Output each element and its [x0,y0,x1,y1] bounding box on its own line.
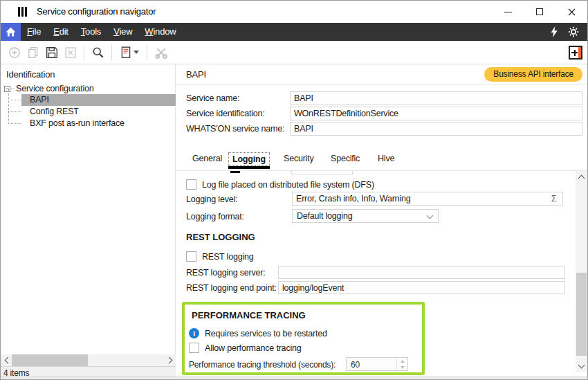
tab-specific[interactable]: Specific [327,152,363,165]
scrollbar-thumb[interactable] [12,354,88,366]
menu-item-file[interactable]: File [21,23,47,41]
copy-icon [27,46,39,59]
new-button[interactable] [5,44,24,62]
maximize-button[interactable] [524,1,555,23]
threshold-value: 60 [351,360,360,370]
close-button[interactable] [555,1,587,23]
spinner-up-button[interactable] [397,358,407,364]
settings-button[interactable] [564,23,583,41]
tree-root-service-configuration[interactable]: Service configuration [16,83,94,95]
service-name-label: Service name: [186,93,239,103]
spinner-down-button[interactable] [397,364,407,370]
scroll-left-button[interactable] [1,354,12,366]
detail-panel: BAPI Business API interface Service name… [176,64,587,377]
restart-info-text: Requires services to be restarted [205,329,327,338]
performance-tracing-heading: PERFORMANCE TRACING [192,310,306,320]
menu-item-edit[interactable]: Edit [47,23,75,41]
title-bar: Service configuration navigator [1,1,587,23]
rest-logging-checkbox[interactable] [186,251,196,262]
triangle-down-icon [401,366,405,369]
quick-actions-button[interactable] [544,23,564,41]
copy-button[interactable] [24,44,42,62]
minimize-button[interactable] [492,1,524,23]
chevron-left-icon [4,357,11,364]
toolbar-separator [147,45,147,60]
save-icon [46,46,58,59]
tools-button[interactable] [151,44,170,62]
info-icon: i [189,328,199,338]
tree-line [8,123,21,124]
save-button[interactable] [42,44,61,62]
tab-strip: General Logging Security Specific Hive [176,147,587,170]
dfs-checkbox-label: Log file placed on distributed file syst… [202,179,374,190]
add-window-button[interactable] [569,46,582,60]
chevron-down-icon [427,212,434,219]
gear-icon [568,26,579,37]
tree-line [8,111,21,112]
tab-hive[interactable]: Hive [374,152,398,165]
scroll-right-button[interactable] [164,354,176,366]
tree-item-bapi[interactable]: BAPI [21,94,176,106]
allow-tracing-checkbox[interactable] [189,343,199,353]
scroll-down-button[interactable] [576,360,587,372]
performance-tracing-highlight: PERFORMANCE TRACING i Requires services … [182,302,425,375]
service-identification-input[interactable] [290,107,582,120]
minimize-icon [504,12,512,12]
rest-logging-server-label: REST logging server: [186,268,266,278]
tree-expander[interactable]: − [4,86,10,92]
tree-line [8,100,21,100]
report-button[interactable] [116,44,143,62]
dfs-checkbox-row: Log file placed on distributed file syst… [186,179,374,190]
rest-logging-heading: REST LOGGING [186,232,255,242]
tree-item-bxf-post-as-run-interface[interactable]: BXF post as-run interface [21,118,176,129]
menu-item-view[interactable]: View [107,23,138,41]
logging-format-label: Logging format: [186,212,244,221]
search-button[interactable] [89,44,107,62]
report-icon [120,46,131,59]
menu-item-tools[interactable]: Tools [75,23,107,41]
service-name-input[interactable] [290,91,582,105]
report-dropdown-caret[interactable] [134,51,139,54]
chevron-down-icon [578,361,585,368]
app-icon [18,7,28,17]
vertical-scrollbar[interactable] [576,171,587,372]
chevron-right-icon [165,357,172,364]
dfs-checkbox[interactable] [186,179,196,190]
whatson-service-name-input[interactable] [290,122,582,136]
spinner-buttons [396,358,407,370]
partially-scrolled-control [230,171,240,173]
rest-logging-server-input[interactable] [278,266,565,279]
scrollbar-thumb[interactable] [576,273,587,356]
threshold-label: Performance tracing threshold (seconds): [189,360,336,370]
whatson-service-name-label: WHATS'ON service name: [186,124,284,134]
logging-level-label: Logging level: [186,194,237,204]
tab-general[interactable]: General [189,152,226,165]
delete-icon [64,46,77,59]
toolbar-separator [84,45,84,60]
logging-tab-content: Log file placed on distributed file syst… [176,170,587,377]
home-button[interactable] [1,23,21,41]
scroll-up-button[interactable] [576,171,587,183]
logging-format-value: Default logging [297,211,352,221]
menu-item-window[interactable]: Window [138,23,182,41]
tab-logging[interactable]: Logging [228,152,270,166]
rest-logging-checkbox-label: REST logging [202,251,254,262]
allow-tracing-checkbox-row: Allow performance tracing [189,343,302,353]
tab-security[interactable]: Security [280,152,318,165]
search-icon [92,46,104,59]
rest-logging-endpoint-input[interactable] [278,281,565,294]
threshold-spinner[interactable]: 60 [346,357,408,371]
rest-logging-endpoint-label: REST logging end point: [186,283,277,293]
close-icon [568,8,576,16]
toolbar [1,41,587,64]
partially-scrolled-dropdown [291,171,353,174]
maximize-icon [536,8,543,15]
logging-level-input[interactable] [292,192,563,206]
logging-format-select[interactable]: Default logging [292,209,439,223]
identification-panel: Identification − Service configuration B… [1,64,176,377]
tree-item-config-rest[interactable]: Config REST [21,106,176,118]
horizontal-scrollbar[interactable] [1,354,176,366]
delete-button[interactable] [61,44,80,62]
sigma-button[interactable]: Σ [551,194,556,203]
add-window-accent [578,47,581,58]
